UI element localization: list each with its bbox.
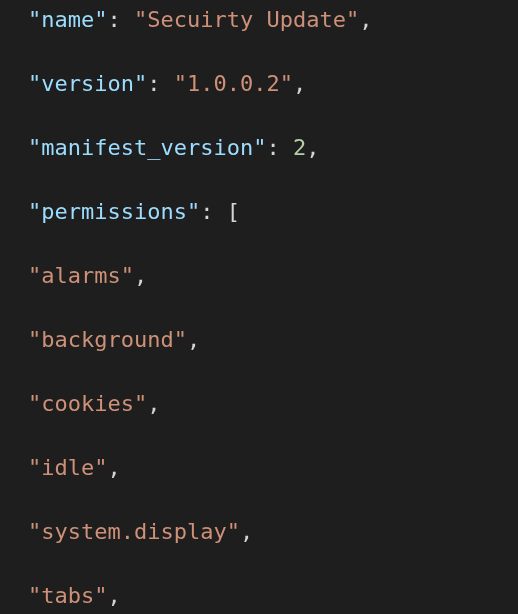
json-key: "name" xyxy=(28,7,107,32)
json-string: "tabs" xyxy=(28,583,107,608)
json-string: "Secuirty Update" xyxy=(134,7,359,32)
json-code-block: "name": "Secuirty Update", "version": "1… xyxy=(0,0,518,614)
json-string: "system.display" xyxy=(28,519,240,544)
code-line: "permissions": [ xyxy=(0,196,518,228)
code-line: "system.display", xyxy=(0,516,518,548)
json-key: "version" xyxy=(28,71,147,96)
json-string: "alarms" xyxy=(28,263,134,288)
json-number: 2 xyxy=(293,135,306,160)
code-line: "alarms", xyxy=(0,260,518,292)
json-key: "permissions" xyxy=(28,199,200,224)
code-line: "background", xyxy=(0,324,518,356)
code-line: "cookies", xyxy=(0,388,518,420)
json-string: "background" xyxy=(28,327,187,352)
code-line: "version": "1.0.0.2", xyxy=(0,68,518,100)
json-string: "1.0.0.2" xyxy=(174,71,293,96)
code-line: "tabs", xyxy=(0,580,518,612)
json-key: "manifest_version" xyxy=(28,135,266,160)
json-string: "cookies" xyxy=(28,391,147,416)
json-string: "idle" xyxy=(28,455,107,480)
code-line: "idle", xyxy=(0,452,518,484)
code-line: "name": "Secuirty Update", xyxy=(0,4,518,36)
code-line: "manifest_version": 2, xyxy=(0,132,518,164)
